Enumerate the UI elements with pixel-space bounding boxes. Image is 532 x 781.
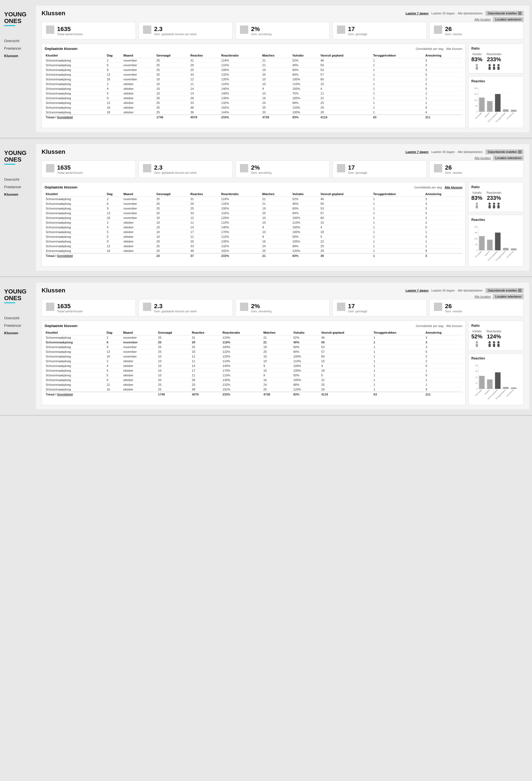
location-label[interactable]: Alle locaties [475,295,491,298]
total-cell: 23 [155,253,189,258]
stat-number-1: 2.3 [154,26,197,33]
table-link[interactable]: Alle klussen [445,186,462,189]
table-cell: 16 [262,378,292,382]
sidebar-item-freelancer[interactable]: Freelancer [4,183,36,191]
table-cell: november [122,77,156,82]
date-range-button[interactable]: Datumbereik instellen [485,11,524,16]
table-cell: 2 [106,335,122,340]
table-cell: 110% [220,82,261,86]
table-row: Schoonmaakploeg16november1012120%10100%6… [45,354,462,359]
stats-row: 1635 Totaal aantal klussen 2.3 Gem. gepl… [42,22,524,39]
sidebar-item-klussen[interactable]: Klussen [4,329,36,337]
time-filter[interactable]: Laatste 30 dagen [432,289,455,292]
stat-card-3: 17 Gem. gevraagd [332,299,427,317]
sidebar-item-freelancer[interactable]: Freelancer [4,322,36,329]
calendar-icon [518,12,522,15]
location-select-button[interactable]: Locaties selecteren [493,17,524,22]
table-link[interactable]: Gemiddelde per dag [416,324,444,328]
svg-point-30 [489,341,491,343]
table-link[interactable]: Alle klussen [446,47,462,50]
table-cell: 75% [291,91,319,96]
time-filter[interactable]: Alle tijdstatistieken [458,12,483,15]
location-label[interactable]: Alle locaties [475,156,491,160]
table-cell: 25 [261,211,291,216]
table-cell: 100% [291,230,319,235]
time-filter[interactable]: Laatste 7 dagen [406,150,428,154]
table-cell: 10 [155,225,189,230]
table-cell: 10 [157,354,191,359]
table-section-title: Geplaatste klussen [45,47,78,51]
sidebar-item-klussen[interactable]: Klussen [4,52,36,59]
table-cell: 3 [424,202,462,206]
table-link[interactable]: Gemiddelde per dag [416,47,444,50]
stat-card-1: 2.3 Gem. geplaatste klussen per week [138,161,233,178]
time-filter[interactable]: Alle tijdstatistieken [458,150,483,154]
time-filter[interactable]: Laatste 30 dagen [432,12,455,15]
table-cell: oktober [122,225,156,230]
sidebar-item-overzicht[interactable]: Overzicht [4,314,36,322]
table-cell: 31 [191,335,221,340]
table-cell: 192% [220,249,261,254]
sidebar-item-freelancer[interactable]: Freelancer [4,45,36,52]
reactieratio-icons [487,341,501,347]
sidebar-item-overzicht[interactable]: Overzicht [4,37,36,45]
table-row: Schoonmaakploeg5oktober1017170%10100%181… [45,368,462,373]
svg-rect-33 [493,344,495,347]
table-cell: 53 [320,68,372,72]
table-cell: 110% [291,82,319,86]
table-cell: 0 [424,364,462,368]
date-range-button[interactable]: Datumbereik instellen [485,150,524,154]
table-row: Schoonmaakploeg6november2529116%2140%501… [45,340,462,345]
stat-number-3: 17 [348,303,367,310]
date-range-button[interactable]: Datumbereik instellen [485,288,524,293]
table-row: Schoonmaakploeg5oktober1017170%10100%181… [45,230,462,235]
table-cell: Schoonmaakploeg [45,335,106,340]
table-cell: Schoonmaakploeg [45,230,106,235]
y-label: 0 [476,111,478,113]
location-select-button[interactable]: Locaties selecteren [493,294,524,299]
table-link[interactable]: Alle klussen [446,324,462,328]
table-cell: 25 [155,72,189,77]
table-row: Schoonmaakploeg9oktober2026130%16105%221… [45,96,462,100]
table-cell: 57 [320,350,372,354]
table-cell: oktober [122,110,156,115]
table-cell: 11 [191,373,221,378]
person-icon [475,64,479,70]
sidebar-item-klussen[interactable]: Klussen [4,191,36,198]
time-filter[interactable]: Laatste 7 dagen [406,12,428,15]
location-label[interactable]: Alle locaties [475,18,491,21]
logo-line [4,25,15,26]
location-select-button[interactable]: Locaties selecteren [493,156,524,161]
table-cell: 33 [191,382,221,387]
bar-3 [503,248,508,251]
table-link[interactable]: Gemiddelde per dag [414,186,442,189]
table-row: Schoonmaakploeg16oktober2548192%25120%29… [45,249,462,254]
table-cell: Schoonmaakploeg [45,105,106,110]
table-cell: 25 [191,345,221,350]
stat-number-1: 2.3 [154,164,197,171]
stat-info-1: 2.3 Gem. geplaatste klussen per week [154,303,197,313]
chart-card: Reacties483624120GevraagdMatcheVooruit g… [468,353,524,405]
table-cell: november [122,206,156,211]
table-cell: 3 [424,68,462,72]
table-links: Gemiddelde per dagAlle klussen [414,186,462,189]
table-cell: 25 [155,211,189,216]
time-filters: Laatste 7 dagenLaatste 30 dagenAlle tijd… [71,11,524,16]
main-content: Klussen Laatste 7 dagenLaatste 30 dagenA… [36,283,529,409]
table-cell: Schoonmaakploeg [45,58,106,63]
table-cell: 84% [291,211,319,216]
bar-chart-svg: 200150100500GevraagdMatcheVooruit geplan… [471,85,517,124]
person-icon-2 [492,64,496,70]
table-cell: 3 [424,345,462,350]
table-cell: 15 [320,82,372,86]
table-cell: 1 [372,364,424,368]
time-filter[interactable]: Laatste 30 dagen [432,150,455,154]
time-filter[interactable]: Laatste 7 dagen [406,289,428,292]
right-panel: Ratio Vulratio 83% Reactieratio 233% [468,182,524,266]
table-cell: Schoonmaakploeg [45,82,106,86]
table-cell: 1 [372,345,424,350]
bar-2 [495,233,501,250]
sidebar-item-overzicht[interactable]: Overzicht [4,176,36,183]
time-filter[interactable]: Alle tijdstatistieken [458,289,483,292]
table-cell: 100% [292,354,320,359]
